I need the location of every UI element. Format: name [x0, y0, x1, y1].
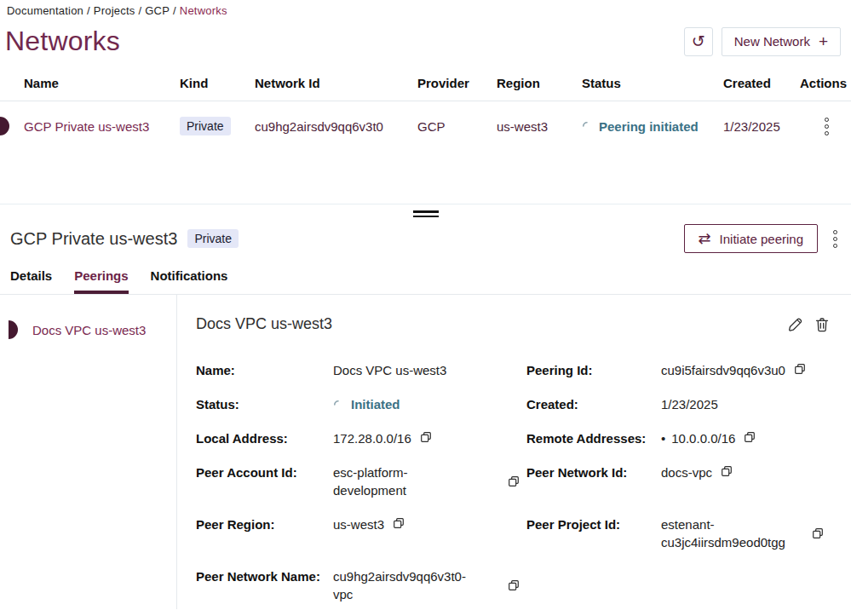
field-value-peer-network-id: docs-vpc [661, 463, 831, 499]
networks-table: Name Kind Network Id Provider Region Sta… [0, 76, 851, 204]
peering-detail-title: Docs VPC us-west3 [196, 315, 332, 333]
swap-arrows-icon: ⇄ [699, 231, 711, 246]
column-header-kind: Kind [180, 76, 255, 90]
breadcrumb-separator: / [173, 4, 176, 17]
kind-cell: Private [180, 117, 255, 135]
field-label-peer-project-id: Peer Project Id: [526, 515, 661, 551]
field-value-peer-network-name: cu9hg2airsdv9qq6v3t0-vpc [333, 567, 526, 603]
field-value-created: 1/23/2025 [661, 395, 831, 413]
peering-detail-tools [786, 316, 831, 333]
field-value-status: Initiated [333, 395, 526, 413]
breadcrumb-separator: / [87, 4, 90, 17]
breadcrumb-separator: / [138, 4, 141, 17]
network-detail-title-group: GCP Private us-west3 Private [10, 229, 239, 249]
field-label-remote-addresses: Remote Addresses: [526, 429, 661, 447]
copy-icon[interactable] [721, 465, 733, 477]
field-label-peer-network-id: Peer Network Id: [526, 463, 661, 499]
copy-icon[interactable] [420, 431, 432, 443]
breadcrumb: Documentation/Projects/GCP/Networks [0, 0, 851, 17]
peerings-sidebar: Docs VPC us-west3 [0, 295, 177, 609]
tab-peerings[interactable]: Peerings [74, 268, 128, 294]
field-label-peering-id: Peering Id: [526, 361, 661, 379]
detail-tabs: Details Peerings Notifications [0, 253, 851, 295]
detail-kebab-menu-icon[interactable] [830, 227, 841, 251]
column-header-created: Created [723, 76, 800, 90]
network-detail-title: GCP Private us-west3 [10, 229, 177, 249]
status-text: Peering initiated [599, 119, 699, 134]
bullet-icon: • [661, 429, 665, 447]
field-value-remote-addresses: • 10.0.0.0/16 [661, 429, 831, 447]
networks-page: Documentation/Projects/GCP/Networks Netw… [0, 0, 851, 616]
title-actions: ↺ New Network + [684, 27, 841, 56]
breadcrumb-documentation[interactable]: Documentation [7, 4, 83, 17]
field-label-peer-network-name: Peer Network Name: [196, 567, 333, 603]
copy-icon[interactable] [744, 431, 756, 443]
copy-icon[interactable] [508, 579, 520, 591]
copy-icon[interactable] [794, 363, 806, 375]
field-value-name: Docs VPC us-west3 [333, 361, 526, 379]
breadcrumb-projects[interactable]: Projects [94, 4, 135, 17]
table-header-row: Name Kind Network Id Provider Region Sta… [0, 76, 851, 101]
drag-handle[interactable] [413, 210, 439, 217]
peerings-content: Docs VPC us-west3 Docs VPC us-west3 [0, 295, 851, 609]
peering-detail-head: Docs VPC us-west3 [196, 315, 831, 333]
sidebar-item-docs-vpc[interactable]: Docs VPC us-west3 [0, 320, 176, 339]
copy-icon[interactable] [393, 517, 405, 529]
created-cell: 1/23/2025 [723, 119, 800, 134]
field-value-peer-project-id: estenant-cu3jc4iirsdm9eod0tgg [661, 515, 831, 551]
kind-badge: Private [180, 117, 231, 135]
field-label-local-address: Local Address: [196, 429, 333, 447]
network-name-cell[interactable]: GCP Private us-west3 [0, 119, 180, 134]
field-value-peer-account-id: esc-platform-development [333, 463, 526, 499]
initiate-peering-label: Initiate peering [720, 232, 803, 246]
network-name-link[interactable]: GCP Private us-west3 [24, 119, 149, 134]
split-divider [0, 204, 851, 217]
provider-cell: GCP [417, 119, 497, 134]
edit-pencil-icon[interactable] [786, 316, 803, 333]
field-label-peer-account-id: Peer Account Id: [196, 463, 333, 499]
field-value-local-address: 172.28.0.0/16 [333, 429, 526, 447]
breadcrumb-networks: Networks [180, 4, 227, 17]
spinner-icon [333, 400, 343, 410]
new-network-button[interactable]: New Network + [722, 27, 841, 56]
column-header-region: Region [497, 76, 582, 90]
status-text: Initiated [351, 395, 400, 413]
network-detail-kind-badge: Private [187, 229, 239, 248]
column-header-status: Status [582, 76, 723, 90]
network-id-cell: cu9hg2airsdv9qq6v3t0 [255, 119, 417, 134]
field-label-status: Status: [196, 395, 333, 413]
delete-trash-icon[interactable] [814, 316, 831, 333]
network-detail-actions: ⇄ Initiate peering [684, 224, 842, 253]
initiate-peering-button[interactable]: ⇄ Initiate peering [684, 224, 819, 253]
page-title: Networks [5, 26, 120, 57]
column-header-provider: Provider [417, 76, 497, 90]
new-network-label: New Network [734, 34, 810, 49]
field-label-peer-region: Peer Region: [196, 515, 333, 551]
tab-notifications[interactable]: Notifications [151, 268, 228, 294]
actions-cell [800, 114, 851, 139]
peering-half-circle-icon [9, 320, 18, 339]
field-value-peer-region: us-west3 [333, 515, 526, 551]
copy-icon[interactable] [508, 475, 520, 487]
spinner-icon [582, 121, 592, 131]
plus-icon: + [819, 32, 828, 51]
status-cell: Peering initiated [582, 119, 723, 134]
field-label-name: Name: [196, 361, 333, 379]
copy-icon[interactable] [812, 527, 824, 539]
network-detail-header: GCP Private us-west3 Private ⇄ Initiate … [0, 217, 851, 253]
field-label-created: Created: [526, 395, 661, 413]
column-header-network-id: Network Id [255, 76, 417, 90]
refresh-button[interactable]: ↺ [684, 27, 713, 56]
breadcrumb-gcp[interactable]: GCP [145, 4, 170, 17]
peering-detail: Docs VPC us-west3 Name: [177, 295, 851, 609]
region-cell: us-west3 [497, 119, 582, 134]
column-header-name: Name [0, 76, 180, 90]
sidebar-item-label: Docs VPC us-west3 [32, 323, 146, 337]
title-row: Networks ↺ New Network + [0, 17, 851, 57]
table-spacer [0, 151, 851, 204]
row-kebab-menu-icon[interactable] [821, 114, 832, 139]
tab-details[interactable]: Details [10, 268, 52, 294]
refresh-icon: ↺ [692, 32, 705, 51]
peering-field-grid: Name: Docs VPC us-west3 Peering Id: cu9i… [196, 361, 831, 603]
table-row[interactable]: GCP Private us-west3 Private cu9hg2airsd… [0, 101, 851, 151]
